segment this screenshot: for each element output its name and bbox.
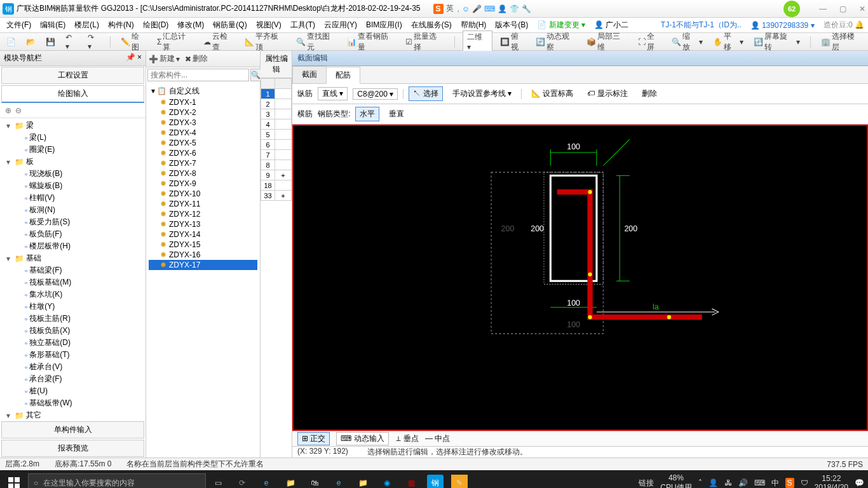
local-3d-button[interactable]: 📦 局部三维: [584, 30, 630, 54]
taskbar-ie[interactable]: e: [330, 475, 347, 488]
tree-item[interactable]: ▫ 筏板负筋(X): [3, 325, 143, 337]
list-item[interactable]: ✹ZDYX-11: [149, 199, 257, 209]
line-type-select[interactable]: 直线 ▾: [318, 87, 348, 100]
tray-sogou-icon[interactable]: S: [785, 478, 794, 488]
tree-item[interactable]: ▫ 桩承台(V): [3, 361, 143, 373]
window-controls[interactable]: — ▢ ✕: [819, 4, 865, 13]
report-preview-button[interactable]: 报表预览: [1, 440, 144, 457]
list-item[interactable]: ✹ZDYX-13: [149, 219, 257, 229]
taskbar-app-red[interactable]: ▦: [403, 475, 419, 488]
tree-item[interactable]: ▫ 基础梁(F): [3, 264, 143, 276]
list-root[interactable]: ▾ 📋 自定义线: [149, 85, 257, 97]
tree-item[interactable]: ▫ 桩(U): [3, 385, 143, 397]
list-item[interactable]: ✹ZDYX-1: [149, 97, 257, 107]
list-item[interactable]: ✹ZDYX-6: [149, 148, 257, 158]
tab-section[interactable]: 截面: [292, 66, 327, 83]
draw-button[interactable]: ✏️ 绘图: [118, 30, 149, 54]
menu-help[interactable]: 帮助(H): [458, 18, 489, 32]
list-item[interactable]: ✹ZDYX-9: [149, 179, 257, 189]
show-annotation-button[interactable]: 🏷 显示标注: [583, 86, 632, 101]
tree-item[interactable]: ▫ 梁(L): [3, 132, 143, 144]
close-icon[interactable]: ✕: [859, 4, 865, 13]
tray-people-icon[interactable]: 👤: [709, 478, 718, 487]
list-item[interactable]: ✹ZDYX-14: [149, 229, 257, 240]
taskbar-explorer[interactable]: 📁: [355, 475, 371, 488]
tab-reinforcement[interactable]: 配筋: [326, 67, 360, 84]
batch-select-button[interactable]: ☑ 批量选择: [403, 30, 446, 54]
component-list[interactable]: ▾ 📋 自定义线✹ZDYX-1✹ZDYX-2✹ZDYX-3✹ZDYX-4✹ZDY…: [146, 83, 260, 458]
list-item[interactable]: ✹ZDYX-16: [149, 250, 257, 260]
save-button[interactable]: 💾: [43, 36, 58, 48]
tray-network-icon[interactable]: 🖧: [724, 478, 732, 487]
tray-volume-icon[interactable]: 🔊: [738, 478, 748, 487]
taskbar-app-1[interactable]: ⟳: [234, 475, 250, 488]
tray-shield-icon[interactable]: 🛡: [801, 478, 808, 487]
open-button[interactable]: 📂: [24, 36, 38, 48]
flat-top-button[interactable]: 📐 平齐板顶: [242, 30, 288, 54]
list-item[interactable]: ✹ZDYX-10: [149, 189, 257, 199]
tree-item[interactable]: ▫ 柱墩(Y): [3, 301, 143, 313]
tree-item[interactable]: ▫ 承台梁(F): [3, 373, 143, 385]
prop-row[interactable]: 3: [261, 109, 292, 119]
sum-button[interactable]: Σ 汇总计算: [154, 30, 196, 54]
prop-row[interactable]: 1: [261, 89, 292, 99]
mid-snap-toggle[interactable]: — 中点: [425, 433, 450, 444]
tree-group[interactable]: ▾📁 板: [3, 156, 143, 168]
tree-item[interactable]: ▫ 柱帽(V): [3, 192, 143, 204]
fullscreen-button[interactable]: ⛶ 全屏: [635, 30, 665, 54]
price-bean[interactable]: 造价豆:0 🔔: [824, 20, 864, 30]
qc-badge[interactable]: 62: [783, 1, 800, 17]
undo-button[interactable]: ↶ ▾: [63, 32, 80, 52]
horizontal-button[interactable]: 水平: [355, 107, 379, 121]
tree-item[interactable]: ▫ 条形基础(T): [3, 349, 143, 361]
tree-item[interactable]: ▫ 圈梁(E): [3, 144, 143, 156]
delete-component-button[interactable]: ✖ 删除: [185, 53, 208, 64]
tray-ime-icon[interactable]: ⌨: [754, 478, 765, 487]
expand-icon[interactable]: ⊕: [5, 106, 11, 115]
tree-item[interactable]: ▫ 基础板带(W): [3, 397, 143, 409]
taskbar-store[interactable]: 🛍: [306, 475, 323, 488]
redo-button[interactable]: ↷ ▾: [85, 32, 102, 52]
tj-message[interactable]: TJ-1不能与TJ-1（ID为..: [661, 20, 742, 30]
list-item[interactable]: ✹ZDYX-8: [149, 168, 257, 179]
tray-notification-icon[interactable]: 💬: [855, 478, 864, 487]
list-item[interactable]: ✹ZDYX-7: [149, 158, 257, 168]
set-elevation-button[interactable]: 📐 设置标高: [527, 86, 578, 101]
tree-group[interactable]: ▾📁 梁: [3, 119, 143, 132]
property-grid[interactable]: 123456789+1833+: [261, 78, 292, 201]
tree-item[interactable]: ▫ 板负筋(F): [3, 228, 143, 240]
new-component-button[interactable]: ➕ 新建 ▾: [149, 53, 180, 64]
prop-row[interactable]: 18: [261, 180, 292, 191]
tree-item[interactable]: ▫ 集水坑(K): [3, 288, 143, 301]
list-item[interactable]: ✹ZDYX-15: [149, 240, 257, 250]
minimize-icon[interactable]: —: [819, 4, 827, 13]
prop-row[interactable]: 8: [261, 160, 292, 170]
taskbar-edge[interactable]: e: [258, 475, 275, 488]
rebar-spec-select[interactable]: C8@200 ▾: [353, 88, 398, 100]
dimension-select[interactable]: 二维 ▾: [463, 30, 492, 53]
tray-lang[interactable]: 中: [771, 478, 779, 489]
search-input[interactable]: [147, 69, 249, 81]
list-item[interactable]: ✹ZDYX-17: [149, 260, 257, 270]
ortho-button[interactable]: ⊞ 正交: [297, 432, 330, 445]
taskbar[interactable]: ○在这里输入你要搜索的内容 ▭ ⟳ e 📁 🛍 e 📁 ◉ ▦ 钢 ✎ 链接 4…: [0, 470, 868, 488]
prop-row[interactable]: 6: [261, 140, 292, 150]
delete-rebar-button[interactable]: 删除: [637, 86, 661, 101]
list-item[interactable]: ✹ZDYX-12: [149, 209, 257, 219]
tree-group[interactable]: ▾📁 基础: [3, 252, 143, 264]
tree-group[interactable]: ▾📁 其它: [3, 409, 143, 421]
tree-item[interactable]: ▫ 现浇板(B): [3, 168, 143, 180]
orbit-button[interactable]: 🔄 动态观察: [533, 30, 579, 54]
zoom-button[interactable]: 🔍 缩放 ▾: [669, 30, 705, 54]
tree-item[interactable]: ▫ 筏板基础(M): [3, 276, 143, 288]
list-item[interactable]: ✹ZDYX-2: [149, 107, 257, 118]
list-item[interactable]: ✹ZDYX-4: [149, 128, 257, 138]
vertical-button[interactable]: 垂直: [384, 107, 409, 121]
taskbar-folder[interactable]: 📁: [282, 475, 299, 488]
top-view-button[interactable]: 🔲 俯视: [498, 30, 529, 54]
task-view-icon[interactable]: ▭: [210, 475, 226, 488]
taskbar-notes[interactable]: ✎: [451, 475, 468, 488]
search-button[interactable]: 🔍: [250, 69, 261, 81]
manual-refline-button[interactable]: 手动设置参考线 ▾: [448, 86, 516, 101]
select-tool-button[interactable]: ↖ 选择: [409, 86, 442, 101]
